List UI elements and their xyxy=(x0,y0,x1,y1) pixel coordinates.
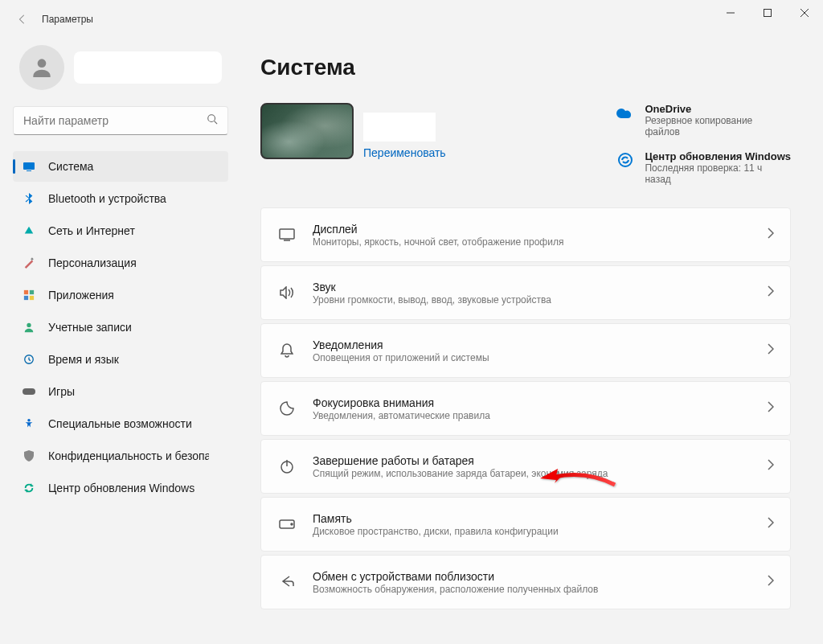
sidebar-item-privacy[interactable]: Конфиденциальность и безопасность xyxy=(13,441,228,471)
svg-point-5 xyxy=(208,115,215,122)
onedrive-title: OneDrive xyxy=(645,103,773,115)
chevron-right-icon xyxy=(768,401,774,416)
bluetooth-icon xyxy=(23,192,35,205)
privacy-icon xyxy=(23,449,35,462)
setting-title: Дисплей xyxy=(313,223,751,236)
nav-label: Игры xyxy=(48,385,75,398)
user-section[interactable] xyxy=(13,39,228,106)
sidebar-item-system[interactable]: Система xyxy=(13,151,228,182)
accessibility-icon xyxy=(23,417,35,430)
setting-sub: Оповещения от приложений и системы xyxy=(313,352,751,363)
setting-sub: Уведомления, автоматические правила xyxy=(313,410,751,421)
svg-point-17 xyxy=(27,419,31,422)
setting-display[interactable]: ДисплейМониторы, яркость, ночной свет, о… xyxy=(260,207,791,262)
svg-rect-19 xyxy=(280,229,294,239)
sidebar: Система Bluetooth и устройства Сеть и Ин… xyxy=(0,39,241,644)
svg-line-6 xyxy=(215,121,218,125)
storage-icon xyxy=(277,515,297,534)
maximize-button[interactable] xyxy=(749,0,786,26)
nav-label: Bluetooth и устройства xyxy=(48,192,166,205)
sidebar-item-time[interactable]: Время и язык xyxy=(13,344,228,375)
system-icon xyxy=(23,160,35,173)
nav-label: Конфиденциальность и безопасность xyxy=(48,449,209,462)
apps-icon xyxy=(23,289,35,301)
svg-rect-13 xyxy=(30,296,34,300)
nav-label: Центр обновления Windows xyxy=(48,482,194,494)
network-icon xyxy=(23,224,35,237)
focus-icon xyxy=(277,399,297,418)
setting-storage[interactable]: ПамятьДисковое пространство, диски, прав… xyxy=(260,497,791,552)
update-icon xyxy=(23,482,35,494)
page-title: Система xyxy=(260,55,791,80)
accounts-icon xyxy=(23,321,35,334)
chevron-right-icon xyxy=(768,285,774,300)
setting-power[interactable]: Завершение работы и батареяСпящий режим,… xyxy=(260,439,791,494)
personalization-icon xyxy=(23,256,35,269)
svg-rect-8 xyxy=(27,170,31,171)
device-status-section: Переименовать OneDrive Резервное копиров… xyxy=(260,103,791,185)
sidebar-item-accounts[interactable]: Учетные записи xyxy=(13,312,228,343)
update-sub: Последняя проверка: 11 ч назад xyxy=(645,162,773,185)
chevron-right-icon xyxy=(768,517,774,531)
close-button[interactable] xyxy=(786,0,823,26)
notifications-icon xyxy=(277,341,297,360)
titlebar: Параметры xyxy=(0,0,823,39)
setting-sub: Уровни громкости, вывод, ввод, звуковые … xyxy=(313,294,751,306)
windows-update-status[interactable]: Центр обновления Windows Последняя прове… xyxy=(616,150,791,185)
chevron-right-icon xyxy=(768,575,774,589)
setting-notifications[interactable]: УведомленияОповещения от приложений и си… xyxy=(260,323,791,378)
rename-link[interactable]: Переименовать xyxy=(363,146,446,159)
nav-label: Учетные записи xyxy=(48,321,132,334)
windows-update-icon xyxy=(616,150,635,170)
monitor-thumbnail xyxy=(260,103,354,159)
chevron-right-icon xyxy=(768,459,774,474)
svg-point-24 xyxy=(291,523,293,525)
nav-label: Персонализация xyxy=(48,256,137,269)
setting-sub: Возможность обнаружения, расположение по… xyxy=(313,584,751,595)
svg-rect-16 xyxy=(23,388,35,395)
nav-label: Специальные возможности xyxy=(48,417,192,430)
onedrive-sub: Резервное копирование файлов xyxy=(645,115,773,137)
setting-nearby-share[interactable]: Обмен с устройствами поблизостиВозможнос… xyxy=(260,555,791,609)
sidebar-item-apps[interactable]: Приложения xyxy=(13,280,228,310)
setting-sound[interactable]: ЗвукУровни громкости, вывод, ввод, звуко… xyxy=(260,265,791,320)
back-button[interactable] xyxy=(6,3,39,35)
svg-rect-10 xyxy=(24,290,28,294)
window-title: Параметры xyxy=(42,14,93,25)
avatar xyxy=(19,45,64,90)
setting-sub: Дисковое пространство, диски, правила ко… xyxy=(313,526,751,537)
sidebar-item-personalization[interactable]: Персонализация xyxy=(13,248,228,278)
search-box[interactable] xyxy=(13,106,228,135)
window-controls xyxy=(712,0,823,26)
onedrive-status[interactable]: OneDrive Резервное копирование файлов xyxy=(616,103,791,137)
setting-title: Память xyxy=(313,512,751,525)
sidebar-item-network[interactable]: Сеть и Интернет xyxy=(13,215,228,246)
svg-rect-7 xyxy=(23,162,35,170)
power-icon xyxy=(277,457,297,476)
svg-point-18 xyxy=(619,154,632,166)
chevron-right-icon xyxy=(768,228,774,242)
device-preview: Переименовать xyxy=(260,103,446,159)
setting-title: Фокусировка внимания xyxy=(313,396,751,409)
nav-list: Система Bluetooth и устройства Сеть и Ин… xyxy=(13,151,228,503)
update-title: Центр обновления Windows xyxy=(645,150,791,162)
nav-label: Сеть и Интернет xyxy=(48,224,135,237)
setting-sub: Мониторы, яркость, ночной свет, отображе… xyxy=(313,236,751,248)
search-icon xyxy=(207,113,218,128)
nav-label: Система xyxy=(48,160,93,173)
svg-rect-11 xyxy=(30,290,34,294)
setting-title: Завершение работы и батарея xyxy=(313,454,751,467)
svg-point-14 xyxy=(27,323,31,327)
user-name-masked xyxy=(74,51,222,84)
svg-point-4 xyxy=(38,59,47,68)
gaming-icon xyxy=(23,385,35,398)
setting-focus[interactable]: Фокусировка вниманияУведомления, автомат… xyxy=(260,381,791,436)
search-input[interactable] xyxy=(23,114,207,127)
settings-list: ДисплейМониторы, яркость, ночной свет, о… xyxy=(260,207,791,609)
minimize-button[interactable] xyxy=(712,0,749,26)
sidebar-item-gaming[interactable]: Игры xyxy=(13,376,228,407)
sidebar-item-accessibility[interactable]: Специальные возможности xyxy=(13,408,228,439)
sidebar-item-update[interactable]: Центр обновления Windows xyxy=(13,473,228,503)
share-icon xyxy=(277,572,297,592)
sidebar-item-bluetooth[interactable]: Bluetooth и устройства xyxy=(13,183,228,214)
